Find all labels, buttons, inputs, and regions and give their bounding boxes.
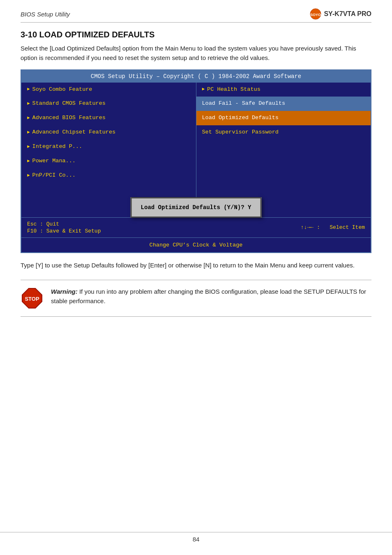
arrow-icon: ► (27, 173, 30, 179)
section-heading: 3-10 LOAD OPTIMIZED DEFAULTS (21, 30, 371, 39)
warning-text: Warning: If you run into any problem aft… (51, 287, 371, 306)
after-text: Type [Y] to use the Setup Defaults follo… (21, 260, 371, 270)
bios-item-pc-health[interactable]: ► PC Health Status (196, 83, 371, 97)
arrow-icon: ► (27, 101, 30, 107)
bios-content-area: ► Soyo Combo Feature ► Standard CMOS Fea… (21, 83, 371, 198)
bios-item-power[interactable]: ► Power Mana... (21, 154, 196, 168)
nav-arrows: ↑↓→← (301, 224, 314, 230)
bios-left-column: ► Soyo Combo Feature ► Standard CMOS Fea… (21, 83, 196, 198)
svg-text:SOYO: SOYO (310, 13, 321, 17)
warning-label: Warning: (51, 288, 78, 295)
arrow-icon: ► (27, 115, 30, 121)
bios-bottom-right: ↑↓→← : Select Item (301, 221, 365, 234)
esc-quit-label: Esc : Quit (27, 221, 101, 227)
intro-text: Select the [Load Optimized Defaults] opt… (21, 44, 371, 63)
bios-bottom-left: Esc : Quit F10 : Save & Exit Setup (27, 221, 101, 234)
bios-item-advanced-bios[interactable]: ► Advanced BIOS Features (21, 111, 196, 125)
arrow-icon: ► (27, 86, 30, 92)
page-header: BIOS Setup Utility SOYO SY-K7VTA PRO (21, 8, 371, 23)
dialog-text: Load Optimized Defaults (Y/N)? Y (141, 204, 251, 211)
bios-title: BIOS Setup Utility (21, 11, 70, 18)
bios-title-bar: CMOS Setup Utility – Copyright ( C ) 198… (21, 70, 371, 83)
page-footer: 84 (0, 532, 392, 543)
page-number: 84 (193, 536, 200, 543)
arrow-icon: ► (27, 129, 30, 136)
bios-item-integrated[interactable]: ► Integrated P... (21, 140, 196, 154)
warning-section: STOP Warning: If you run into any proble… (21, 280, 371, 317)
product-name: SY-K7VTA PRO (324, 10, 371, 18)
bios-status-bar: Esc : Quit F10 : Save & Exit Setup ↑↓→← … (21, 217, 371, 237)
bios-item-soyo-combo[interactable]: ► Soyo Combo Feature (21, 83, 196, 97)
arrow-icon: ► (27, 144, 30, 150)
f10-save-label: F10 : Save & Exit Setup (27, 228, 101, 234)
bios-dialog-box: Load Optimized Defaults (Y/N)? Y (131, 197, 262, 218)
bios-item-set-supervisor[interactable]: Set Supervisor Password (196, 125, 371, 140)
arrow-icon: ► (27, 158, 30, 164)
bios-item-load-fail-safe[interactable]: Load Fail - Safe Defaults (196, 97, 371, 111)
stop-icon: STOP (21, 287, 44, 310)
bios-item-advanced-chipset[interactable]: ► Advanced Chipset Features (21, 125, 196, 140)
product-logo: SOYO SY-K7VTA PRO (310, 8, 371, 20)
soyo-logo-icon: SOYO (310, 8, 321, 20)
change-cpu-label: Change CPU’s Clock & Voltage (150, 242, 243, 248)
svg-text:STOP: STOP (25, 296, 39, 302)
bios-footer-bar: Change CPU’s Clock & Voltage (21, 237, 371, 252)
bios-right-column: ► PC Health Status Load Fail - Safe Defa… (196, 83, 371, 198)
bios-item-standard-cmos[interactable]: ► Standard CMOS Features (21, 97, 196, 111)
bios-item-pnp[interactable]: ► PnP/PCI Co... (21, 168, 196, 183)
bios-item-load-optimized[interactable]: Load Optimized Defaults (196, 111, 371, 125)
arrow-icon: ► (202, 86, 205, 92)
bios-screenshot: CMOS Setup Utility – Copyright ( C ) 198… (21, 69, 371, 253)
bios-dialog-area: Load Optimized Defaults (Y/N)? Y (21, 198, 371, 217)
select-item-label: : Select Item (317, 224, 365, 230)
warning-body: If you run into any problem after changi… (51, 288, 366, 304)
